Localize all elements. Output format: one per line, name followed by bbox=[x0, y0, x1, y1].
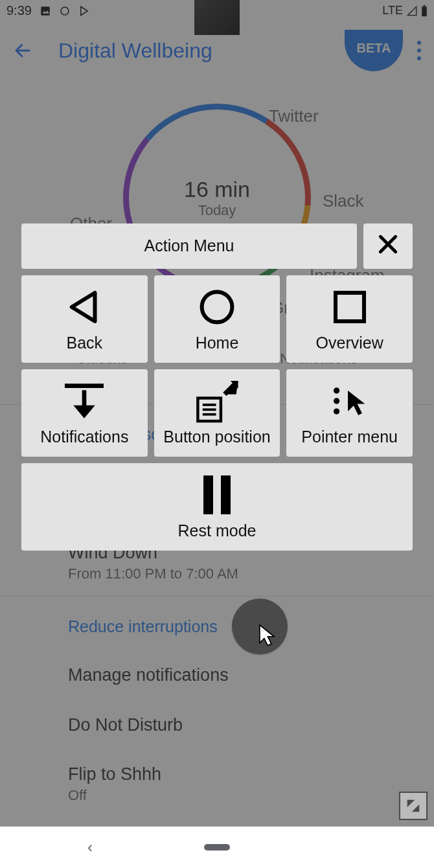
action-menu: Action Menu Back Home bbox=[21, 223, 413, 551]
collapse-arrow-icon bbox=[404, 797, 422, 815]
svg-marker-27 bbox=[407, 800, 415, 808]
cursor-arrow-icon bbox=[258, 623, 276, 649]
nav-pill[interactable] bbox=[204, 844, 230, 851]
home-circle-icon bbox=[196, 284, 238, 330]
action-menu-close-button[interactable] bbox=[363, 223, 413, 269]
button-position-icon bbox=[188, 378, 246, 424]
pointer-menu-icon bbox=[327, 378, 372, 424]
gesture-navbar[interactable]: ‹ bbox=[0, 827, 434, 868]
svg-marker-28 bbox=[412, 805, 420, 812]
svg-marker-26 bbox=[260, 625, 274, 646]
svg-point-8 bbox=[202, 292, 233, 323]
back-triangle-icon bbox=[63, 284, 106, 330]
svg-rect-9 bbox=[336, 293, 364, 321]
action-pointer-menu-button[interactable]: Pointer menu bbox=[286, 369, 413, 457]
action-overview-button[interactable]: Overview bbox=[286, 275, 413, 363]
svg-point-21 bbox=[334, 398, 339, 404]
corner-collapse-button[interactable] bbox=[399, 792, 428, 820]
action-button-position-button[interactable]: Button position bbox=[154, 369, 280, 457]
action-notifications-button[interactable]: Notifications bbox=[21, 369, 148, 457]
svg-rect-24 bbox=[203, 475, 213, 514]
svg-point-20 bbox=[334, 387, 339, 393]
action-back-button[interactable]: Back bbox=[21, 275, 148, 363]
close-icon bbox=[375, 231, 401, 260]
action-menu-header: Action Menu bbox=[21, 223, 357, 269]
svg-marker-23 bbox=[348, 391, 365, 415]
overview-square-icon bbox=[328, 284, 371, 330]
notifications-pull-icon bbox=[58, 378, 110, 424]
nav-back-chevron-icon[interactable]: ‹ bbox=[87, 838, 93, 856]
svg-marker-7 bbox=[72, 293, 95, 321]
svg-point-22 bbox=[334, 408, 339, 414]
action-rest-mode-button[interactable]: Rest mode bbox=[21, 463, 413, 551]
svg-marker-12 bbox=[74, 405, 95, 418]
svg-rect-25 bbox=[221, 475, 231, 514]
action-home-button[interactable]: Home bbox=[154, 275, 280, 363]
pause-icon bbox=[198, 472, 236, 518]
